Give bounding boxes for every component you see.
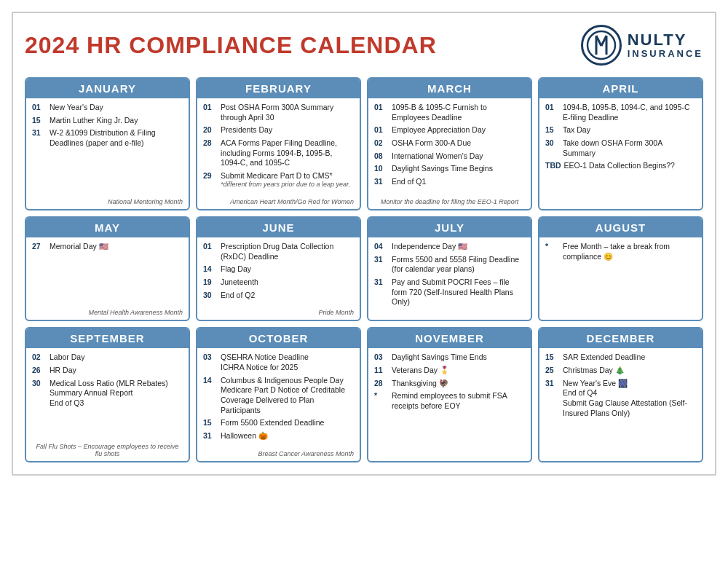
event-date: 27 (32, 242, 47, 251)
event-date: 02 (374, 138, 389, 147)
month-header: JULY (368, 218, 531, 237)
event-row: 30Take down OSHA Form 300A Summary (545, 138, 696, 158)
month-card-may: MAY27Memorial Day 🇺🇸Mental Health Awaren… (25, 216, 190, 321)
event-text: New Year's Day (50, 103, 103, 113)
month-footer: Monitor the deadline for filing the EEO-… (368, 197, 531, 209)
star-event: *Remind employees to submit FSA receipts… (374, 391, 525, 411)
event-date: 10 (374, 164, 389, 173)
event-date: 01 (374, 125, 389, 134)
event-date: 15 (545, 353, 560, 361)
event-row: TBDEEO-1 Data Collection Begins?? (545, 161, 696, 171)
event-row: 10Daylight Savings Time Begins (374, 164, 525, 174)
calendar-grid: JANUARY01New Year's Day15Martin Luther K… (25, 77, 703, 462)
month-card-april: APRIL011094-B, 1095-B, 1094-C, and 1095-… (538, 77, 703, 210)
event-text: International Women's Day (392, 151, 483, 162)
event-text: Submit Medicare Part D to CMS**different… (221, 171, 350, 189)
event-date: 01 (32, 103, 47, 111)
event-row: 28ACA Forms Paper Filing Deadline, inclu… (203, 138, 354, 168)
event-date: 11 (374, 366, 389, 374)
month-body: *Free Month – take a break from complian… (539, 237, 702, 320)
event-row: 30End of Q2 (203, 291, 354, 301)
event-row: 15SAR Extended Deadline (545, 353, 696, 363)
month-footer: Fall Flu Shots – Encourage employees to … (26, 441, 189, 461)
event-date: 14 (203, 376, 218, 385)
event-row: 15Martin Luther King Jr. Day (32, 116, 183, 126)
event-text: Pay and Submit POCRI Fees – file form 72… (392, 277, 525, 307)
event-row: 29Submit Medicare Part D to CMS**differe… (203, 171, 354, 189)
event-text: ACA Forms Paper Filing Deadline, includi… (221, 138, 354, 168)
event-text: Forms 5500 and 5558 Filing Deadline (for… (392, 255, 525, 275)
event-text: SAR Extended Deadline (563, 353, 645, 363)
event-date: 31 (32, 128, 47, 137)
event-date: 28 (374, 379, 389, 387)
month-header: JANUARY (26, 79, 189, 98)
event-text: Tax Day (563, 125, 590, 135)
logo-icon (581, 25, 622, 66)
month-body: 15SAR Extended Deadline25Christmas Day 🎄… (539, 348, 702, 460)
event-row: 27Memorial Day 🇺🇸 (32, 242, 183, 252)
header: 2024 HR COMPLIANCE CALENDAR NULTY INSURA… (25, 25, 703, 66)
logo: NULTY INSURANCE (581, 25, 703, 66)
event-date: 26 (32, 366, 47, 374)
event-text: Daylight Savings Time Ends (392, 353, 487, 363)
event-row: 15Tax Day (545, 125, 696, 135)
event-date: 15 (32, 116, 47, 125)
month-card-october: OCTOBER03QSEHRA Notice DeadlineICHRA Not… (196, 327, 361, 462)
event-text: End of Q2 (221, 291, 255, 301)
event-date: 30 (545, 138, 560, 147)
event-date: 19 (203, 277, 218, 286)
month-body: 01Prescription Drug Data Collection (RxD… (197, 237, 360, 307)
month-body: 03QSEHRA Notice DeadlineICHRA Notice for… (197, 348, 360, 448)
month-card-december: DECEMBER15SAR Extended Deadline25Christm… (538, 327, 703, 462)
event-row: 31New Year's Eve 🎆End of Q4Submit Gag Cl… (545, 379, 696, 419)
month-header: SEPTEMBER (26, 328, 189, 348)
month-header: MAY (26, 218, 189, 237)
event-date: 15 (203, 418, 218, 427)
event-row: 14Flag Day (203, 264, 354, 275)
event-text: Post OSHA Form 300A Summary through Apri… (221, 103, 354, 122)
month-header: FEBRUARY (197, 79, 360, 98)
event-date: 03 (374, 353, 389, 361)
event-row: 25Christmas Day 🎄 (545, 366, 696, 376)
event-row: 30Medical Loss Ratio (MLR Rebates) Summa… (32, 379, 183, 409)
event-row: 04Independence Day 🇺🇸 (374, 242, 525, 252)
event-row: 01New Year's Day (32, 103, 183, 113)
month-card-february: FEBRUARY01Post OSHA Form 300A Summary th… (196, 77, 361, 210)
month-body: 02Labor Day26HR Day30Medical Loss Ratio … (26, 348, 189, 441)
event-text: Thanksgiving 🦃 (392, 379, 448, 389)
event-text: OSHA Form 300-A Due (392, 138, 471, 149)
event-date: 31 (374, 277, 389, 286)
star-event: *Free Month – take a break from complian… (545, 242, 696, 261)
event-date: 31 (545, 379, 560, 387)
event-row: 08International Women's Day (374, 151, 525, 162)
event-text: Take down OSHA Form 300A Summary (563, 138, 696, 158)
event-row: 28Thanksgiving 🦃 (374, 379, 525, 389)
month-card-january: JANUARY01New Year's Day15Martin Luther K… (25, 77, 190, 210)
event-row: 02Labor Day (32, 353, 183, 363)
event-text: Form 5500 Extended Deadline (221, 418, 324, 428)
event-text: Columbus & Indigenous People DayMedicare… (221, 376, 354, 416)
logo-sub: INSURANCE (628, 49, 703, 59)
logo-brand: NULTY (628, 31, 703, 49)
event-date: 15 (545, 125, 560, 134)
month-header: NOVEMBER (368, 328, 531, 348)
month-body: 03Daylight Savings Time Ends11Veterans D… (368, 348, 531, 460)
month-footer: National Mentoring Month (26, 197, 189, 209)
month-card-november: NOVEMBER03Daylight Savings Time Ends11Ve… (367, 327, 532, 462)
event-date: 02 (32, 353, 47, 361)
page-title: 2024 HR COMPLIANCE CALENDAR (25, 32, 437, 59)
event-row: 01Post OSHA Form 300A Summary through Ap… (203, 103, 354, 122)
event-text: Employee Appreciation Day (392, 125, 486, 135)
event-row: 03QSEHRA Notice DeadlineICHRA Notice for… (203, 353, 354, 372)
month-card-august: AUGUST*Free Month – take a break from co… (538, 216, 703, 321)
event-text: Medical Loss Ratio (MLR Rebates) Summary… (50, 379, 183, 409)
event-row: 011095-B & 1095-C Furnish to Employees D… (374, 103, 525, 122)
event-date: 08 (374, 151, 389, 160)
month-footer: Breast Cancer Awareness Month (197, 449, 360, 461)
event-text: Presidents Day (221, 125, 272, 135)
event-date: 01 (545, 103, 560, 111)
month-card-july: JULY04Independence Day 🇺🇸31Forms 5500 an… (367, 216, 532, 321)
month-card-june: JUNE01Prescription Drug Data Collection … (196, 216, 361, 321)
event-text: Daylight Savings Time Begins (392, 164, 493, 174)
event-text: New Year's Eve 🎆End of Q4Submit Gag Clau… (563, 379, 696, 419)
